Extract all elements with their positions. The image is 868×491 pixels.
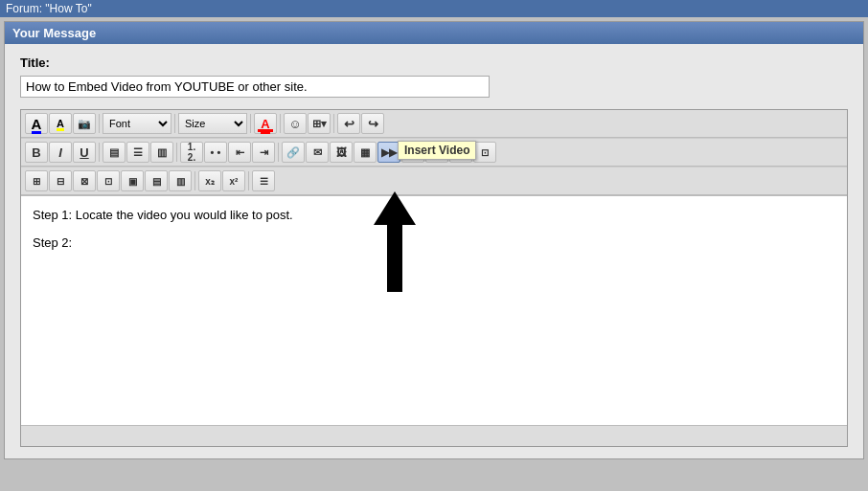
panel-header: Your Message <box>5 22 863 44</box>
size-select[interactable]: Size 123 4567 <box>179 114 246 133</box>
underline-btn[interactable]: U <box>73 142 96 163</box>
format-a-large-btn[interactable]: A <box>25 113 48 134</box>
editor-status-bar <box>21 425 847 446</box>
row3-btn-6[interactable]: ▤ <box>145 170 168 191</box>
insert-video-tooltip: Insert Video <box>398 141 476 160</box>
toolbar-row-3: ⊞ ⊟ ⊠ ⊡ ▣ ▤ ▥ x₂ x² ☰ <box>21 167 847 195</box>
separator-9 <box>194 171 195 190</box>
email-btn[interactable]: ✉ <box>306 142 329 163</box>
forum-bar: Forum: "How To" <box>0 0 868 17</box>
separator-10 <box>248 171 249 190</box>
ordered-list-btn[interactable]: 1.2. <box>180 142 203 163</box>
redo-btn[interactable]: ↪ <box>361 113 384 134</box>
bbcode-btn[interactable]: ⊡ <box>473 142 496 163</box>
row3-btn-2[interactable]: ⊟ <box>49 170 72 191</box>
separator-5 <box>333 114 334 133</box>
separator-3 <box>250 114 251 133</box>
editor-content[interactable]: Step 1: Locate the video you would like … <box>21 195 847 425</box>
size-select-wrap[interactable]: Size 123 4567 <box>178 113 247 134</box>
main-panel: Your Message Title: A A <box>4 21 864 459</box>
more-smileys-btn[interactable]: ⊞▾ <box>308 113 331 134</box>
image-insert-btn[interactable]: 📷 <box>73 113 96 134</box>
content-line-1: Step 1: Locate the video you would like … <box>33 206 835 226</box>
subscript-btn[interactable]: x₂ <box>198 170 221 191</box>
separator-6 <box>99 143 100 162</box>
format-a-small-btn[interactable]: A <box>49 113 72 134</box>
row3-btn-1[interactable]: ⊞ <box>25 170 48 191</box>
row3-btn-7[interactable]: ▥ <box>169 170 192 191</box>
align-center-btn[interactable]: ☰ <box>126 142 149 163</box>
table-btn[interactable]: ▦ <box>354 142 377 163</box>
separator-1 <box>99 114 100 133</box>
editor-container: A A 📷 Font Arial <box>20 109 848 447</box>
toolbar-row-1: A A 📷 Font Arial <box>21 110 847 138</box>
row3-btn-3[interactable]: ⊠ <box>73 170 96 191</box>
forum-bar-text: Forum: "How To" <box>6 2 92 15</box>
image2-btn[interactable]: 🖼 <box>330 142 353 163</box>
bold-btn[interactable]: B <box>25 142 48 163</box>
row3-btn-5[interactable]: ▣ <box>121 170 144 191</box>
italic-btn[interactable]: I <box>49 142 72 163</box>
superscript-btn[interactable]: x² <box>222 170 245 191</box>
justify-btn[interactable]: ☰ <box>252 170 275 191</box>
title-input[interactable] <box>20 76 490 98</box>
separator-4 <box>280 114 281 133</box>
separator-2 <box>174 114 175 133</box>
insert-video-btn[interactable]: ▶▶ Insert Video <box>377 142 400 163</box>
align-left-btn[interactable]: ▤ <box>103 142 126 163</box>
smiley-btn[interactable]: ☺ <box>284 113 307 134</box>
unordered-list-btn[interactable]: • • <box>204 142 227 163</box>
link-btn[interactable]: 🔗 <box>282 142 305 163</box>
text-color-btn[interactable]: A <box>254 113 277 134</box>
align-right-btn[interactable]: ▥ <box>150 142 173 163</box>
separator-7 <box>176 143 177 162</box>
title-label: Title: <box>20 56 848 70</box>
font-select-wrap[interactable]: Font Arial Times New Roman Courier New V… <box>103 113 171 134</box>
outdent-btn[interactable]: ⇤ <box>228 142 251 163</box>
toolbar-row-2: B I U ▤ ☰ ▥ 1. <box>21 138 847 167</box>
indent-btn[interactable]: ⇥ <box>252 142 275 163</box>
row3-btn-4[interactable]: ⊡ <box>97 170 120 191</box>
separator-8 <box>278 143 279 162</box>
panel-body: Title: A A 📷 <box>5 44 863 458</box>
content-line-2: Step 2: <box>33 234 835 254</box>
font-select[interactable]: Font Arial Times New Roman Courier New V… <box>103 114 171 133</box>
undo-btn[interactable]: ↩ <box>337 113 360 134</box>
